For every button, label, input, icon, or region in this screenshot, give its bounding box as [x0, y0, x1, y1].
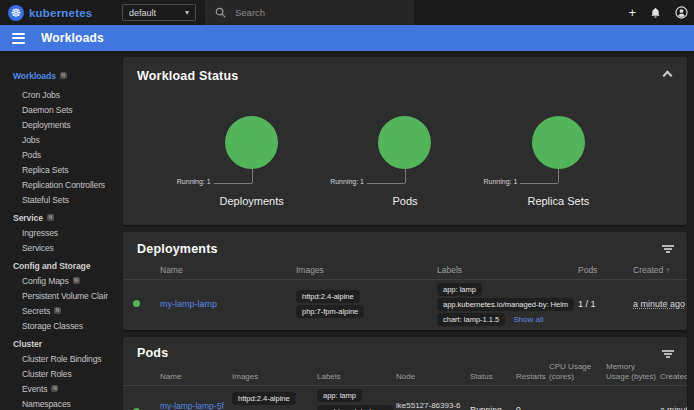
col-header-labels: Labels	[437, 265, 578, 275]
col-header-restarts: Restarts	[516, 372, 549, 382]
namespaced-badge-icon: N	[73, 277, 80, 284]
brand-name: kubernetes	[29, 7, 92, 19]
image-chip: php:7-fpm-alpine	[296, 305, 364, 318]
deployment-name-link[interactable]: my-lamp-lamp	[160, 299, 217, 309]
col-header-created[interactable]: Created ↑	[660, 372, 687, 382]
col-header-images: Images	[296, 265, 437, 275]
namespace-value: default	[129, 8, 156, 18]
pod-cpu-usage: -	[549, 405, 606, 410]
legend-running-count: Running: 1	[330, 178, 364, 185]
chart-name: Deployments	[220, 195, 284, 207]
sidebar-item-config-and-storage[interactable]: Config and Storage	[0, 258, 108, 273]
deployments-title: Deployments	[123, 232, 687, 256]
page-title: Workloads	[41, 31, 104, 45]
created-ago-link[interactable]: a minute ago	[660, 405, 687, 410]
status-ok-dot-icon	[133, 300, 140, 307]
legend-running-count: Running: 1	[177, 178, 211, 185]
deployments-pie-chart: Running: 1 Deployments	[175, 116, 328, 207]
label-chip: pod-template-hash: 5fd985cf68	[317, 405, 393, 410]
sidebar-item-persistent-volume-claims[interactable]: Persistent Volume ClaimsN	[0, 288, 108, 303]
sidebar-item-replica-sets[interactable]: Replica Sets	[0, 162, 108, 177]
sidebar-item-cron-jobs[interactable]: Cron Jobs	[0, 87, 108, 102]
label-chip: app: lamp	[317, 389, 362, 402]
pie-running-full	[378, 116, 431, 169]
kubernetes-dashboard: ☸ kubernetes default ▾ + Workloads	[0, 0, 694, 410]
search-box	[205, 0, 414, 25]
sidebar-item-stateful-sets[interactable]: Stateful Sets	[0, 192, 108, 207]
pie-running-full	[225, 116, 278, 169]
user-account-icon[interactable]	[675, 6, 688, 19]
sidebar-item-replication-controllers[interactable]: Replication Controllers	[0, 177, 108, 192]
pod-table-row: my-lamp-lamp-5fd985cf68-jwvz4 httpd:2.4-…	[123, 386, 687, 410]
col-header-created[interactable]: Created ↑	[633, 265, 687, 275]
sort-ascending-icon: ↑	[666, 266, 670, 275]
show-all-link[interactable]: Show all	[513, 315, 543, 324]
search-icon	[215, 7, 226, 18]
image-chip: httpd:2.4-alpine	[232, 392, 296, 405]
namespaced-badge-icon: N	[54, 307, 61, 314]
label-chip: app: lamp	[437, 283, 482, 296]
sidebar-item-cluster-role-bindings[interactable]: Cluster Role Bindings	[0, 351, 108, 366]
col-header-status: Status	[470, 372, 516, 382]
notifications-bell-icon[interactable]	[650, 7, 661, 19]
sidebar-item-jobs[interactable]: Jobs	[0, 132, 108, 147]
image-chip: httpd:2.4-alpine	[296, 290, 360, 303]
chart-name: Pods	[392, 195, 417, 207]
sidebar-item-cluster-roles[interactable]: Cluster Roles	[0, 366, 108, 381]
chart-name: Replica Sets	[527, 195, 589, 207]
pods-table-header: Name Images Labels Node Status Restarts …	[123, 362, 687, 386]
pod-status: Running	[470, 405, 516, 410]
namespace-selector[interactable]: default ▾	[122, 4, 196, 21]
sidebar-item-workloads[interactable]: WorkloadsN	[0, 68, 108, 83]
app-bar: Workloads	[0, 25, 694, 51]
col-header-name: Name	[160, 372, 232, 382]
brand-link[interactable]: ☸ kubernetes	[0, 5, 92, 21]
filter-icon[interactable]	[662, 245, 674, 253]
top-actions: +	[628, 0, 688, 25]
sidebar-item-pods[interactable]: Pods	[0, 147, 108, 162]
sidebar-item-services[interactable]: Services	[0, 240, 108, 255]
search-input[interactable]	[235, 7, 385, 18]
col-header-cpu: CPU Usage (cores)	[549, 362, 606, 381]
sidebar-item-deployments[interactable]: Deployments	[0, 117, 108, 132]
deployments-card: Deployments Name Images Labels Pods Crea…	[123, 232, 687, 330]
menu-hamburger-icon[interactable]	[12, 33, 25, 44]
sidebar-item-cluster[interactable]: Cluster	[0, 336, 108, 351]
deployment-table-row: my-lamp-lamp httpd:2.4-alpine php:7-fpm-…	[123, 280, 687, 328]
chevron-down-icon: ▾	[185, 8, 189, 17]
add-resource-icon[interactable]: +	[628, 6, 636, 19]
deployments-table-header: Name Images Labels Pods Created ↑	[123, 262, 687, 280]
pods-title: Pods	[123, 337, 687, 360]
sidebar-item-service[interactable]: ServiceN	[0, 210, 108, 225]
label-chip: chart: lamp-1.1.5	[437, 313, 505, 326]
sidebar-item-events[interactable]: EventsN	[0, 381, 108, 396]
sidebar-nav: WorkloadsN Cron Jobs Daemon Sets Deploym…	[0, 51, 108, 410]
col-header-name: Name	[160, 265, 296, 275]
col-header-images: Images	[232, 372, 317, 382]
workload-status-charts: Running: 1 Deployments Running: 1 Pods R…	[123, 116, 687, 207]
sidebar-item-config-maps[interactable]: Config MapsN	[0, 273, 108, 288]
col-header-pods: Pods	[578, 265, 633, 275]
col-header-node: Node	[396, 372, 470, 382]
pod-restarts: 0	[516, 405, 549, 410]
legend-running-count: Running: 1	[483, 178, 517, 185]
sidebar-item-ingresses[interactable]: Ingresses	[0, 225, 108, 240]
sidebar-item-namespaces[interactable]: Namespaces	[0, 396, 108, 410]
created-ago-link[interactable]: a minute ago	[633, 299, 685, 309]
pods-ready-count: 1 / 1	[578, 299, 633, 309]
pods-card: Pods Name Images Labels Node Status Rest…	[123, 337, 687, 410]
pod-memory-usage: -	[606, 405, 660, 410]
sidebar-item-storage-classes[interactable]: Storage Classes	[0, 318, 108, 333]
pie-running-full	[532, 116, 585, 169]
namespaced-badge-icon: N	[51, 385, 58, 392]
sidebar-item-secrets[interactable]: SecretsN	[0, 303, 108, 318]
pod-name-link[interactable]: my-lamp-lamp-5fd985cf68-jwvz4	[160, 401, 224, 410]
label-chip: app.kubernetes.io/managed-by: Helm	[437, 298, 574, 311]
sidebar-item-daemon-sets[interactable]: Daemon Sets	[0, 102, 108, 117]
replica-sets-pie-chart: Running: 1 Replica Sets	[482, 116, 635, 207]
top-bar: ☸ kubernetes default ▾ +	[0, 0, 694, 25]
pods-pie-chart: Running: 1 Pods	[328, 116, 481, 207]
namespaced-badge-icon: N	[47, 214, 54, 221]
filter-icon[interactable]	[662, 350, 674, 358]
node-name: lke55127-86393-622f8d09399a	[396, 401, 470, 410]
